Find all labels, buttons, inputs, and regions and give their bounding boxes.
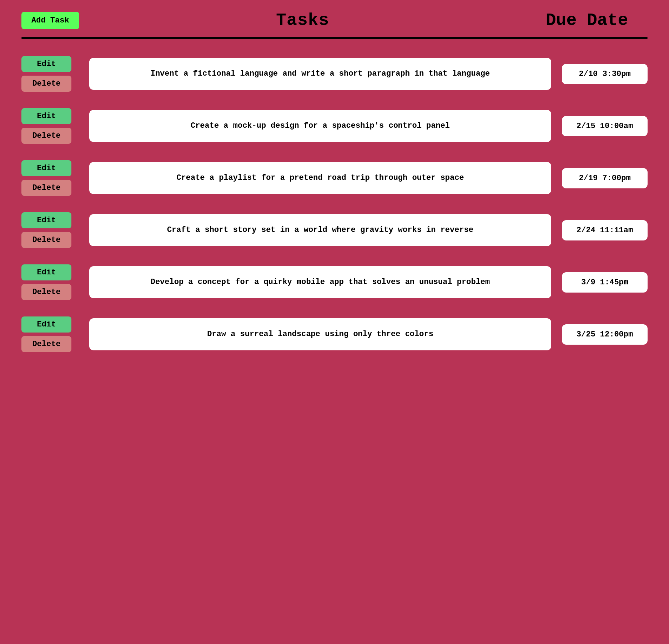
action-buttons-1: Edit Delete (21, 108, 79, 144)
due-date-5: 3/25 12:00pm (562, 324, 648, 345)
delete-button-2[interactable]: Delete (21, 180, 71, 196)
action-buttons-4: Edit Delete (21, 264, 79, 300)
delete-button-1[interactable]: Delete (21, 128, 71, 144)
action-buttons-2: Edit Delete (21, 160, 79, 196)
header-divider (21, 37, 648, 39)
task-row: Edit Delete Create a playlist for a pret… (21, 154, 648, 202)
add-task-button[interactable]: Add Task (21, 12, 79, 29)
task-row: Edit Delete Craft a short story set in a… (21, 206, 648, 254)
due-date-heading: Due Date (526, 11, 648, 30)
task-row: Edit Delete Develop a concept for a quir… (21, 258, 648, 306)
edit-button-3[interactable]: Edit (21, 212, 71, 228)
due-date-0: 2/10 3:30pm (562, 64, 648, 84)
delete-button-0[interactable]: Delete (21, 76, 71, 92)
due-date-3: 2/24 11:11am (562, 220, 648, 240)
edit-button-0[interactable]: Edit (21, 56, 71, 72)
delete-button-4[interactable]: Delete (21, 284, 71, 300)
task-row: Edit Delete Draw a surreal landscape usi… (21, 310, 648, 359)
delete-button-5[interactable]: Delete (21, 336, 71, 352)
edit-button-4[interactable]: Edit (21, 264, 71, 280)
task-text-4: Develop a concept for a quirky mobile ap… (89, 266, 551, 298)
delete-button-3[interactable]: Delete (21, 232, 71, 248)
task-text-3: Craft a short story set in a world where… (89, 214, 551, 246)
due-date-2: 2/19 7:00pm (562, 168, 648, 188)
action-buttons-3: Edit Delete (21, 212, 79, 248)
task-list: Edit Delete Invent a fictional language … (0, 46, 669, 362)
task-text-5: Draw a surreal landscape using only thre… (89, 318, 551, 350)
action-buttons-0: Edit Delete (21, 56, 79, 92)
task-text-0: Invent a fictional language and write a … (89, 58, 551, 90)
edit-button-5[interactable]: Edit (21, 316, 71, 333)
edit-button-2[interactable]: Edit (21, 160, 71, 176)
task-row: Edit Delete Create a mock-up design for … (21, 102, 648, 150)
tasks-heading: Tasks (79, 11, 526, 30)
action-buttons-5: Edit Delete (21, 316, 79, 352)
task-text-2: Create a playlist for a pretend road tri… (89, 162, 551, 194)
task-text-1: Create a mock-up design for a spaceship'… (89, 110, 551, 142)
task-row: Edit Delete Invent a fictional language … (21, 50, 648, 98)
due-date-4: 3/9 1:45pm (562, 272, 648, 293)
due-date-1: 2/15 10:00am (562, 116, 648, 136)
edit-button-1[interactable]: Edit (21, 108, 71, 124)
page-header: Add Task Tasks Due Date (0, 0, 669, 34)
